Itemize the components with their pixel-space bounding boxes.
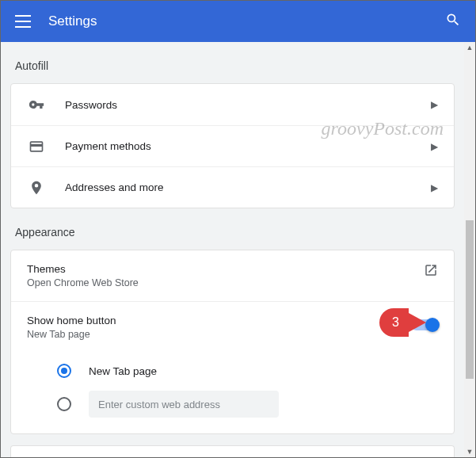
autofill-heading: Autofill (1, 42, 464, 83)
chevron-right-icon: ▶ (431, 141, 438, 152)
home-button-radio-group: New Tab page (57, 354, 438, 421)
show-bookmarks-bar-row[interactable]: Show bookmarks bar (10, 445, 455, 457)
toggle-knob (425, 318, 440, 332)
addresses-label: Addresses and more (65, 181, 431, 193)
chevron-right-icon: ▶ (431, 182, 438, 193)
show-home-button-subtitle: New Tab page (27, 329, 411, 340)
credit-card-icon (27, 139, 46, 155)
open-external-icon (424, 263, 438, 281)
addresses-row[interactable]: Addresses and more ▶ (11, 166, 454, 208)
custom-url-radio[interactable] (57, 397, 71, 411)
chevron-right-icon: ▶ (431, 99, 438, 110)
show-home-button-toggle[interactable] (411, 319, 438, 330)
scroll-up-arrow-icon[interactable]: ▲ (464, 42, 475, 53)
content-area: Autofill Passwords ▶ Payment methods ▶ (1, 42, 464, 457)
show-home-button-row: Show home button New Tab page New Tab pa… (11, 301, 454, 433)
hamburger-menu-icon[interactable] (15, 15, 31, 28)
scrollbar-track[interactable] (464, 42, 475, 446)
payment-methods-label: Payment methods (65, 140, 431, 152)
themes-subtitle: Open Chrome Web Store (27, 277, 424, 288)
custom-url-input[interactable] (89, 391, 279, 418)
passwords-row[interactable]: Passwords ▶ (11, 84, 454, 125)
scrollbar-thumb[interactable] (466, 220, 474, 379)
location-pin-icon (27, 180, 46, 196)
new-tab-page-radio[interactable] (57, 364, 71, 378)
payment-methods-row[interactable]: Payment methods ▶ (11, 125, 454, 166)
new-tab-page-radio-label: New Tab page (89, 365, 157, 377)
themes-title: Themes (27, 263, 424, 275)
page-title: Settings (48, 13, 97, 29)
app-header: Settings (1, 1, 475, 42)
appearance-card: Themes Open Chrome Web Store Show home b… (10, 250, 455, 434)
show-home-button-title: Show home button (27, 315, 411, 326)
appearance-heading: Appearance (1, 208, 464, 250)
autofill-card: Passwords ▶ Payment methods ▶ Addresses … (10, 83, 455, 208)
key-icon (27, 97, 46, 113)
search-icon[interactable] (445, 12, 461, 31)
scroll-down-arrow-icon[interactable]: ▼ (464, 446, 475, 457)
passwords-label: Passwords (65, 99, 431, 111)
themes-row[interactable]: Themes Open Chrome Web Store (11, 250, 454, 301)
